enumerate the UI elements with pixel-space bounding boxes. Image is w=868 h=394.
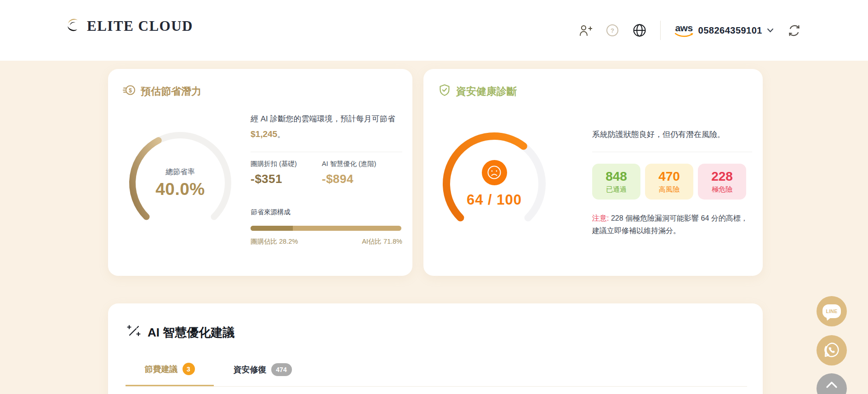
- aws-account-selector[interactable]: aws 058264359101: [674, 23, 774, 38]
- savings-description: 經 AI 診斷您的雲端環境，預計每月可節省 $1,245。: [251, 111, 402, 142]
- tab-bar: 節費建議 3 資安修復 474: [126, 353, 747, 387]
- divider: [251, 152, 402, 152]
- breakdown-group-discount: 團購折扣 (基礎) -$351: [251, 160, 322, 186]
- savings-gauge-value: 40.0%: [155, 180, 205, 199]
- refresh-icon[interactable]: [788, 24, 801, 37]
- recommendations-card: AI 智慧優化建議 節費建議 3 資安修復 474: [108, 303, 763, 394]
- security-card: 資安健康診斷 64 / 100: [423, 69, 763, 276]
- chevron-down-icon: [767, 26, 774, 34]
- security-gauge: 64 / 100: [439, 129, 549, 239]
- chevron-up-icon: [826, 382, 837, 389]
- tab-cost-savings[interactable]: 節費建議 3: [126, 353, 214, 386]
- sad-face-icon: [482, 160, 507, 185]
- tab-security-fix[interactable]: 資安修復 474: [214, 353, 311, 386]
- savings-amount: $1,245: [251, 129, 277, 139]
- breakdown-ai-optimization: AI 智慧優化 (進階) -$894: [322, 160, 393, 186]
- whatsapp-button[interactable]: [817, 335, 847, 365]
- elite-cloud-logo-icon: [64, 17, 81, 36]
- composition-left-label: 團購佔比 28.2%: [251, 237, 298, 246]
- tab-cost-savings-badge: 3: [183, 363, 195, 375]
- savings-gauge-label: 總節省率: [166, 167, 195, 177]
- security-card-title: 資安健康診斷: [456, 85, 517, 98]
- add-user-icon[interactable]: [578, 24, 592, 37]
- tab-security-fix-badge: 474: [271, 363, 292, 376]
- header: ELITE CLOUD ? aws: [0, 0, 868, 61]
- svg-text:$: $: [129, 87, 132, 94]
- security-description: 系統防護狀態良好，但仍有潛在風險。: [592, 128, 752, 142]
- header-divider: [660, 21, 661, 40]
- security-stats: 848 已通過 470 高風險 228 極危險: [592, 164, 752, 200]
- security-score: 64 / 100: [467, 192, 522, 208]
- composition-bar-left: [251, 226, 293, 231]
- coin-icon: $: [123, 84, 136, 99]
- account-id: 058264359101: [698, 25, 762, 36]
- svg-text:?: ?: [611, 27, 614, 34]
- line-button[interactable]: LINE: [817, 296, 847, 326]
- help-icon[interactable]: ?: [606, 24, 619, 37]
- savings-gauge: 總節省率 40.0%: [126, 129, 234, 237]
- brand-name: ELITE CLOUD: [87, 18, 193, 34]
- whatsapp-icon: [823, 341, 840, 360]
- savings-card-title: 預估節省潛力: [141, 85, 201, 98]
- composition-right-label: AI佔比 71.8%: [362, 237, 402, 246]
- line-icon: LINE: [822, 304, 841, 318]
- globe-icon[interactable]: [633, 23, 646, 37]
- savings-card: $ 預估節省潛力 總節省率 40.0% 經 AI 診斷您的雲端環境，預計每月可節…: [108, 69, 412, 276]
- composition-bar: [251, 226, 401, 231]
- stat-high-risk: 470 高風險: [645, 164, 693, 200]
- security-note: 注意: 228 個極危險漏洞可能影響 64 分的高標，建議立即修補以維持滿分。: [592, 212, 752, 237]
- divider: [592, 152, 752, 152]
- stat-passed: 848 已通過: [592, 164, 640, 200]
- recommendations-title: AI 智慧優化建議: [148, 325, 234, 341]
- scroll-top-button[interactable]: [817, 373, 847, 394]
- composition-title: 節省來源構成: [251, 208, 402, 217]
- shield-check-icon: [438, 84, 451, 99]
- stat-critical: 228 極危險: [698, 164, 746, 200]
- magic-wand-icon: [126, 324, 141, 342]
- brand-logo[interactable]: ELITE CLOUD: [64, 17, 193, 36]
- aws-logo: aws: [674, 23, 694, 38]
